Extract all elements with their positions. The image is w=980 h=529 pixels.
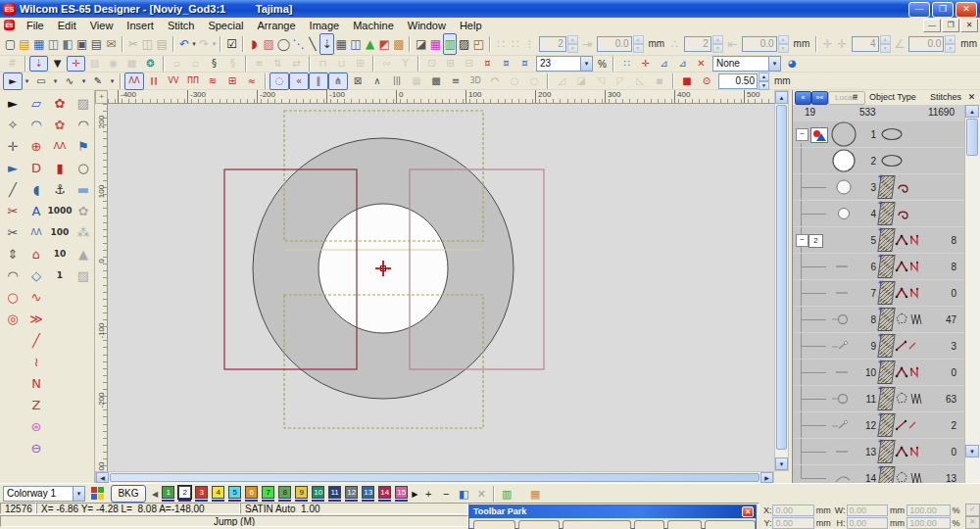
spinner-field[interactable]: 2▲▼: [539, 35, 578, 53]
end-marker-icon[interactable]: ⊙: [697, 72, 716, 90]
grid-x-icon[interactable]: ⊠: [348, 72, 368, 90]
none-x-icon[interactable]: ✕: [692, 56, 710, 72]
delete-colorway-icon[interactable]: ✕: [473, 487, 489, 502]
object-thumbnail[interactable]: [829, 465, 858, 483]
object-thumbnail[interactable]: [829, 360, 858, 385]
reshape-select-icon[interactable]: ∿: [60, 72, 79, 90]
spinner-field[interactable]: 4▲▼: [852, 35, 891, 53]
circle-d-icon[interactable]: ◉: [104, 56, 122, 72]
toolbox-node-icon[interactable]: ✛: [1, 135, 24, 157]
apply-button[interactable]: ✓: [965, 504, 980, 516]
toolbox-satin-col-icon[interactable]: ΛΛ: [48, 135, 72, 157]
menu-window[interactable]: Window: [401, 19, 453, 32]
lock-icon[interactable]: §: [205, 56, 223, 72]
reshape-b-icon[interactable]: ▫: [186, 56, 205, 72]
locate-button[interactable]: Locate: [828, 91, 865, 105]
scroll-right-icon[interactable]: ▶: [760, 472, 773, 483]
toolbox-reshape-icon[interactable]: ▱: [24, 92, 48, 114]
rect-select-icon[interactable]: ▭: [31, 72, 51, 90]
toolbox-slashes-icon[interactable]: ▨: [72, 92, 95, 114]
move-a-icon[interactable]: ✛: [820, 33, 835, 55]
space-h-ic-icon[interactable]: ⇥: [580, 33, 595, 55]
panel-scroll-down-icon[interactable]: ▼: [965, 445, 979, 457]
array-c-icon[interactable]: ⊟: [460, 56, 478, 72]
move-b-icon[interactable]: ✛: [835, 33, 850, 55]
chevron-down-icon[interactable]: ▾: [73, 486, 85, 502]
design-canvas[interactable]: [108, 104, 774, 471]
align-right-icon[interactable]: ⇄: [287, 56, 306, 72]
object-thumbnail[interactable]: [829, 201, 858, 226]
object-thumbnail[interactable]: [829, 148, 858, 173]
node-b-icon[interactable]: ⊿: [673, 56, 692, 72]
object-row-2[interactable]: 2: [793, 148, 966, 174]
menu-insert[interactable]: Insert: [120, 19, 161, 32]
pen-tool-icon[interactable]: ╲: [306, 33, 320, 55]
branch-b-icon[interactable]: ⋔: [328, 72, 348, 90]
toolbox-curve-icon[interactable]: ◠: [72, 114, 95, 135]
object-row-12[interactable]: 12✳2: [793, 412, 966, 439]
cancel-button[interactable]: ✕: [965, 516, 980, 529]
insert-design-icon[interactable]: ◧: [61, 33, 75, 55]
menu-special[interactable]: Special: [201, 19, 250, 32]
menu-edit[interactable]: Edit: [51, 19, 83, 32]
color-chip-12[interactable]: 12: [343, 486, 360, 502]
mirror-xy-icon[interactable]: ⊞: [351, 56, 369, 72]
color-chip-8[interactable]: 8: [276, 486, 293, 502]
spinner-field[interactable]: 0.0▲▼: [742, 35, 789, 53]
zoom-level-combo[interactable]: 23▾: [536, 56, 593, 72]
toolbox-zigzag-stitch-icon[interactable]: ≀: [24, 351, 48, 372]
panel-close-icon[interactable]: ✕: [965, 91, 978, 103]
bw-view-icon[interactable]: ▨: [457, 33, 471, 55]
remove-color-button[interactable]: −: [438, 487, 454, 502]
color-film-icon[interactable]: ▥: [499, 487, 514, 502]
dock-panel-button[interactable]: »«: [811, 91, 828, 105]
tr-c-icon[interactable]: ◹: [591, 72, 611, 90]
toolbox-letter-a-icon[interactable]: A: [24, 200, 48, 221]
save-icon[interactable]: ▦: [31, 33, 46, 55]
tr-a-icon[interactable]: ◿: [552, 72, 571, 90]
toolbox-clamp-icon[interactable]: ◖: [24, 178, 48, 200]
scroll-up-icon[interactable]: ▲: [775, 91, 788, 104]
toolbox-ellipse-tool-icon[interactable]: ○: [1, 286, 24, 308]
reshape-a-icon[interactable]: ▫: [168, 56, 186, 72]
overlap-view-icon[interactable]: ◪: [414, 33, 428, 55]
toolbox-scissors-icon[interactable]: ✂: [1, 221, 24, 243]
tr-f-icon[interactable]: ◾: [650, 72, 669, 90]
picture-icon[interactable]: ▦: [527, 487, 543, 502]
toolbox-n-stitch-icon[interactable]: N: [24, 372, 48, 394]
object-row-8[interactable]: 8✳47: [793, 307, 966, 333]
toolbox-dome-icon[interactable]: ◠: [24, 114, 48, 135]
color-chip-5[interactable]: 5: [226, 486, 243, 502]
parked-toolbar[interactable]: [518, 520, 561, 529]
object-row-6[interactable]: 6✳8: [793, 254, 966, 280]
star-ring-icon[interactable]: ❂: [141, 56, 160, 72]
stitch-weave-icon[interactable]: ≋: [203, 72, 222, 90]
briefcase-icon[interactable]: ◰: [471, 33, 486, 55]
space-v-ic-icon[interactable]: ⇤: [725, 33, 740, 55]
color-chip-1[interactable]: 1: [160, 486, 176, 502]
zoom-box-icon[interactable]: ¤: [478, 56, 497, 72]
scale-x-field[interactable]: 100.00: [906, 505, 950, 516]
object-row-7[interactable]: 7✳0: [793, 280, 966, 307]
restore-button[interactable]: ❐: [932, 2, 954, 18]
show-graphics-icon[interactable]: ▲: [363, 33, 377, 55]
object-thumbnail[interactable]: [829, 439, 858, 464]
stitch-grid-icon[interactable]: ⊞: [222, 72, 242, 90]
save-design-icon[interactable]: ◫: [46, 33, 61, 55]
object-row-1[interactable]: −1: [793, 121, 966, 148]
color-chip-9[interactable]: 9: [293, 486, 310, 502]
oval-a-icon[interactable]: ○: [505, 72, 524, 90]
print-icon[interactable]: ▣: [74, 33, 89, 55]
spinner-field[interactable]: 0.0▲▼: [908, 35, 956, 53]
align-left-icon[interactable]: ≡: [250, 56, 269, 72]
menu-arrange[interactable]: Arrange: [250, 19, 302, 32]
zoom-out-icon[interactable]: ¤: [515, 56, 534, 72]
panel-scrollbar[interactable]: ▲ ▼: [964, 105, 980, 483]
toolbar-park-close-icon[interactable]: ✕: [742, 506, 754, 517]
spinner-field[interactable]: 0.0▲▼: [597, 35, 644, 53]
chips-next-icon[interactable]: ▶: [412, 490, 417, 499]
vertical-scroll-thumb[interactable]: [776, 105, 787, 450]
paste-icon[interactable]: ▤: [155, 33, 170, 55]
stitch-edit-icon[interactable]: ✛: [67, 56, 85, 72]
color-wheel-icon[interactable]: ◕: [783, 56, 802, 72]
